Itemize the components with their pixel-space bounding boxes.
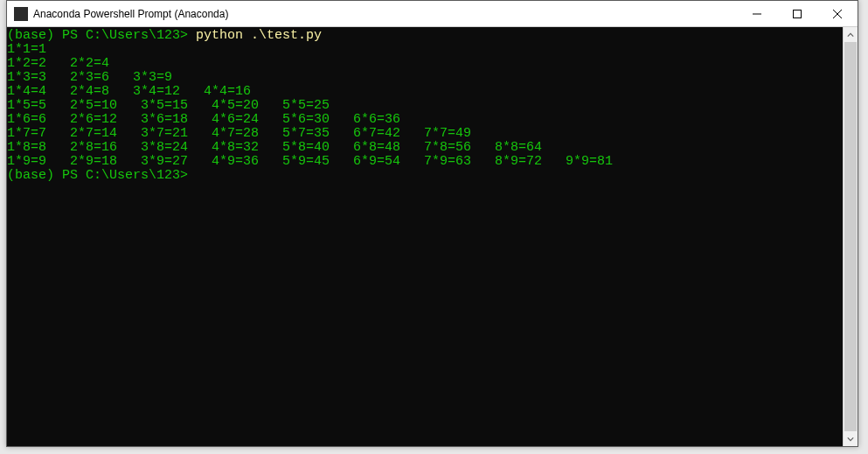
titlebar[interactable]: Anaconda Powershell Prompt (Anaconda)	[7, 1, 858, 27]
app-icon	[14, 7, 28, 21]
terminal[interactable]: (base) PS C:\Users\123> python .\test.py…	[7, 27, 843, 446]
svg-rect-1	[794, 10, 802, 17]
terminal-line: (base) PS C:\Users\123> python .\test.py	[7, 29, 843, 43]
chevron-down-icon	[847, 436, 854, 443]
terminal-output-line: 1*2=2 2*2=4	[7, 57, 843, 71]
minimize-icon	[753, 10, 761, 18]
terminal-output-line: 1*5=5 2*5=10 3*5=15 4*5=20 5*5=25	[7, 99, 843, 113]
terminal-output-line: 1*3=3 2*3=6 3*3=9	[7, 71, 843, 85]
prompt-text: (base) PS C:\Users\123>	[7, 28, 196, 43]
window-controls	[737, 1, 858, 26]
scroll-up-button[interactable]	[844, 27, 858, 42]
scroll-down-button[interactable]	[844, 431, 858, 446]
window-title: Anaconda Powershell Prompt (Anaconda)	[33, 8, 737, 20]
command-text: python .\test.py	[196, 28, 322, 43]
terminal-output-line: 1*6=6 2*6=12 3*6=18 4*6=24 5*6=30 6*6=36	[7, 113, 843, 127]
terminal-output-line: 1*4=4 2*4=8 3*4=12 4*4=16	[7, 85, 843, 99]
terminal-output-line: 1*8=8 2*8=16 3*8=24 4*8=32 5*8=40 6*8=48…	[7, 141, 843, 155]
terminal-output-line: 1*9=9 2*9=18 3*9=27 4*9=36 5*9=45 6*9=54…	[7, 155, 843, 169]
window-frame: Anaconda Powershell Prompt (Anaconda) (b…	[6, 0, 858, 447]
terminal-output-line: 1*1=1	[7, 43, 843, 57]
chevron-up-icon	[847, 31, 854, 38]
close-button[interactable]	[817, 1, 858, 26]
scroll-thumb[interactable]	[844, 42, 857, 431]
scroll-track[interactable]	[844, 42, 858, 431]
terminal-line: (base) PS C:\Users\123>	[7, 169, 843, 183]
maximize-icon	[793, 10, 802, 18]
maximize-button[interactable]	[777, 1, 817, 26]
scrollbar[interactable]	[843, 27, 858, 446]
client-area: (base) PS C:\Users\123> python .\test.py…	[7, 27, 858, 446]
minimize-button[interactable]	[737, 1, 777, 26]
terminal-output-line: 1*7=7 2*7=14 3*7=21 4*7=28 5*7=35 6*7=42…	[7, 127, 843, 141]
close-icon	[833, 10, 842, 18]
